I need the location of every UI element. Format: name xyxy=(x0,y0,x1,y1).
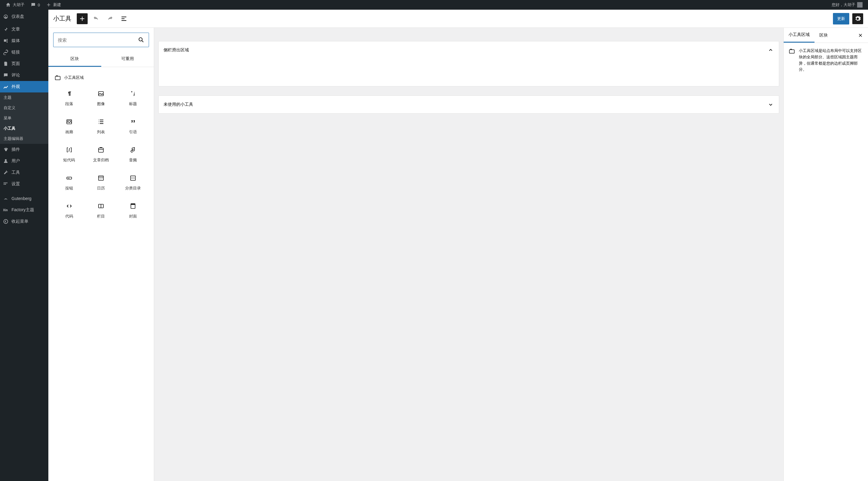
audio-icon xyxy=(129,146,136,154)
block-item-image[interactable]: 图像 xyxy=(85,85,117,113)
sidebar-links[interactable]: 链接 xyxy=(0,46,49,58)
columns-icon xyxy=(97,202,104,210)
page-title: 小工具 xyxy=(53,14,71,23)
widget-area-sidebar: 侧栏滑出区域 xyxy=(158,41,779,87)
sidebar-dashboard[interactable]: 仪表盘 xyxy=(0,10,49,24)
sidebar-pages[interactable]: 页面 xyxy=(0,58,49,69)
redo-icon xyxy=(106,15,114,22)
widget-area-toggle[interactable]: 侧栏滑出区域 xyxy=(159,41,779,59)
listview-icon xyxy=(120,15,128,22)
plugin-icon xyxy=(3,147,8,152)
sidebar-users[interactable]: 用户 xyxy=(0,155,49,167)
block-item-label: 段落 xyxy=(65,101,73,107)
submenu-theme-editor[interactable]: 主题编辑器 xyxy=(0,133,49,144)
inserter-tabs: 区块 可重用 xyxy=(49,52,154,67)
page-icon xyxy=(3,61,8,66)
sidebar-appearance[interactable]: 外观 xyxy=(0,81,49,92)
block-item-label: 音频 xyxy=(129,158,137,163)
sidebar-comments[interactable]: 评论 xyxy=(0,69,49,81)
redo-button[interactable] xyxy=(104,13,116,24)
chevron-up-icon xyxy=(767,47,774,54)
sidebar-label: 链接 xyxy=(11,50,20,55)
folder-icon xyxy=(788,48,795,54)
block-item-label: 封面 xyxy=(129,214,137,219)
block-item-label: 标题 xyxy=(129,101,137,107)
block-item-heading[interactable]: 标题 xyxy=(117,85,149,113)
adminbar-new[interactable]: 新建 xyxy=(43,0,64,10)
sidebar-label: 主题 xyxy=(4,95,11,100)
block-item-label: 日历 xyxy=(97,186,105,191)
submenu-widgets[interactable]: 小工具 xyxy=(0,123,49,133)
quote-icon xyxy=(129,118,136,125)
button-icon xyxy=(66,174,73,182)
block-item-audio[interactable]: 音频 xyxy=(117,141,149,169)
listview-button[interactable] xyxy=(119,13,129,24)
tab-reusable[interactable]: 可重用 xyxy=(101,52,154,67)
block-item-categories[interactable]: 分类目录 xyxy=(117,169,149,198)
chevron-down-icon xyxy=(767,101,774,108)
sidebar-label: 主题编辑器 xyxy=(4,136,23,141)
sidebar-label: 仪表盘 xyxy=(11,14,24,19)
plus-icon xyxy=(46,2,51,7)
media-icon xyxy=(3,38,8,43)
block-item-label: 图像 xyxy=(97,101,105,107)
sidebar-tools[interactable]: 工具 xyxy=(0,167,49,178)
sidebar-collapse[interactable]: 收起菜单 xyxy=(0,216,49,227)
sidebar-gutenberg[interactable]: Gutenberg xyxy=(0,193,49,204)
gallery-icon xyxy=(66,118,73,125)
add-block-button[interactable] xyxy=(77,13,88,24)
code-icon xyxy=(66,202,73,210)
tab-block[interactable]: 区块 xyxy=(814,28,833,42)
sidebar-media[interactable]: 媒体 xyxy=(0,35,49,46)
adminbar-comments[interactable]: 0 xyxy=(28,0,43,10)
submenu-menus[interactable]: 菜单 xyxy=(0,113,49,123)
adminbar-site[interactable]: 大胡子 xyxy=(2,0,28,10)
block-item-shortcode[interactable]: 短代码 xyxy=(53,141,85,169)
settings-button[interactable] xyxy=(852,13,863,24)
plus-icon xyxy=(79,15,86,22)
close-icon xyxy=(858,33,863,38)
widget-area-title: 未使用的小工具 xyxy=(163,102,193,107)
submenu-customize[interactable]: 自定义 xyxy=(0,103,49,113)
sidebar-label: 插件 xyxy=(11,147,20,152)
block-item-paragraph[interactable]: 段落 xyxy=(53,85,85,113)
block-item-button[interactable]: 按钮 xyxy=(53,169,85,198)
undo-icon xyxy=(92,15,100,22)
search-box[interactable] xyxy=(53,33,149,47)
submenu-themes[interactable]: 主题 xyxy=(0,92,49,103)
block-item-quote[interactable]: 引语 xyxy=(117,113,149,141)
block-item-columns[interactable]: 栏目 xyxy=(85,198,117,226)
editor-canvas: 侧栏滑出区域 未使用的小工具 xyxy=(154,28,783,481)
widget-area-toggle[interactable]: 未使用的小工具 xyxy=(159,96,779,113)
block-item-label: 文章归档 xyxy=(93,158,109,163)
cover-icon xyxy=(129,202,136,210)
block-item-label: 栏目 xyxy=(97,214,105,219)
adminbar-site-name: 大胡子 xyxy=(13,2,25,7)
block-item-gallery[interactable]: 画廊 xyxy=(53,113,85,141)
tab-blocks[interactable]: 区块 xyxy=(49,52,101,67)
paragraph-icon xyxy=(66,90,73,97)
block-item-archive[interactable]: 文章归档 xyxy=(85,141,117,169)
sidebar-label: 收起菜单 xyxy=(11,219,28,224)
comment-icon xyxy=(3,72,8,78)
sidebar-factory[interactable]: XinFactory主题 xyxy=(0,204,49,216)
close-sidebar-button[interactable] xyxy=(856,31,865,40)
sidebar-label: Gutenberg xyxy=(11,196,31,201)
sidebar-plugins[interactable]: 插件 xyxy=(0,144,49,155)
block-item-cover[interactable]: 封面 xyxy=(117,198,149,226)
update-button[interactable]: 更新 xyxy=(833,13,849,25)
block-item-calendar[interactable]: 日历 xyxy=(85,169,117,198)
adminbar-account[interactable]: 您好，大胡子 xyxy=(829,0,866,10)
sidebar-settings[interactable]: 设置 xyxy=(0,178,49,190)
block-item-list[interactable]: 列表 xyxy=(85,113,117,141)
sidebar-posts[interactable]: 文章 xyxy=(0,24,49,35)
search-input[interactable] xyxy=(58,37,138,42)
brush-icon xyxy=(3,84,8,90)
sidebar-label: 小工具 xyxy=(4,126,16,131)
user-icon xyxy=(3,158,8,164)
undo-button[interactable] xyxy=(91,13,101,24)
adminbar-comments-count: 0 xyxy=(38,3,40,7)
tab-widget-area[interactable]: 小工具区域 xyxy=(784,28,814,42)
block-item-code[interactable]: 代码 xyxy=(53,198,85,226)
widget-area-body[interactable] xyxy=(159,59,779,86)
